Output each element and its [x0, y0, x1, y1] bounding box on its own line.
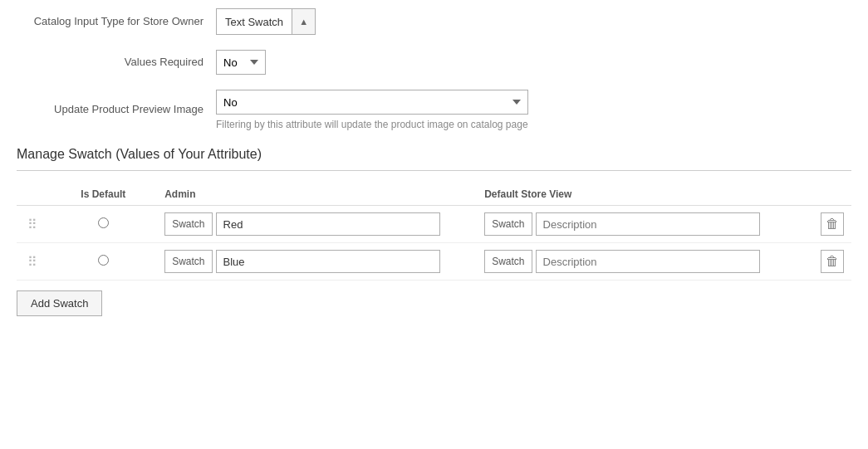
values-required-select[interactable]: No Yes — [216, 50, 266, 75]
attribute-form: Catalog Input Type for Store Owner Text … — [17, 8, 851, 130]
admin-text-input[interactable] — [216, 212, 440, 236]
manage-swatch-section: Manage Swatch (Values of Your Attribute)… — [17, 147, 851, 316]
drag-handle-icon[interactable]: ⠿ — [23, 255, 42, 269]
delete-cell: 🗑 — [814, 243, 851, 281]
description-input[interactable] — [536, 250, 760, 273]
store-view-header: Default Store View — [478, 183, 814, 206]
trash-icon: 🗑 — [826, 254, 839, 269]
catalog-input-label: Catalog Input Type for Store Owner — [17, 14, 216, 29]
is-default-cell — [48, 206, 158, 243]
catalog-input-arrow[interactable]: ▲ — [292, 9, 315, 34]
swatch-table-header: Is Default Admin Default Store View — [17, 183, 851, 206]
update-preview-row: Update Product Preview Image No Yes Filt… — [17, 90, 851, 130]
is-default-radio[interactable] — [98, 255, 109, 266]
store-view-cell-wrap: Swatch — [478, 243, 814, 281]
add-swatch-button[interactable]: Add Swatch — [17, 290, 102, 316]
drag-col-header — [17, 183, 48, 206]
admin-swatch-button[interactable]: Swatch — [164, 250, 212, 273]
delete-row-button[interactable]: 🗑 — [821, 250, 844, 273]
catalog-input-select[interactable]: Text Swatch ▲ — [216, 8, 316, 35]
table-row: ⠿ Swatch Swatch 🗑 — [17, 206, 851, 243]
catalog-input-value: Text Swatch — [217, 12, 292, 32]
admin-cell: Swatch — [158, 206, 478, 243]
drag-handle-cell: ⠿ — [17, 243, 48, 281]
admin-cell: Swatch — [158, 243, 478, 281]
is-default-radio[interactable] — [98, 217, 109, 228]
update-preview-select[interactable]: No Yes — [216, 90, 528, 115]
admin-text-input[interactable] — [216, 250, 440, 273]
values-required-label: Values Required — [17, 55, 216, 70]
swatch-table: Is Default Admin Default Store View ⠿ Sw… — [17, 183, 851, 281]
values-required-row: Values Required No Yes — [17, 50, 851, 75]
is-default-header: Is Default — [48, 183, 158, 206]
admin-swatch-button[interactable]: Swatch — [164, 212, 212, 236]
drag-handle-cell: ⠿ — [17, 206, 48, 243]
table-row: ⠿ Swatch Swatch 🗑 — [17, 243, 851, 281]
update-preview-label: Update Product Preview Image — [17, 102, 216, 117]
manage-swatch-title: Manage Swatch (Values of Your Attribute) — [17, 147, 851, 162]
arrow-up-icon: ▲ — [299, 17, 308, 27]
store-swatch-button[interactable]: Swatch — [484, 212, 532, 236]
drag-handle-icon[interactable]: ⠿ — [23, 217, 42, 232]
is-default-cell — [48, 243, 158, 281]
trash-icon: 🗑 — [826, 217, 839, 232]
delete-row-button[interactable]: 🗑 — [821, 212, 844, 236]
update-preview-hint: Filtering by this attribute will update … — [216, 119, 528, 130]
delete-cell: 🗑 — [814, 206, 851, 243]
admin-header: Admin — [158, 183, 478, 206]
section-divider — [17, 170, 851, 171]
description-input[interactable] — [536, 212, 760, 236]
store-view-cell-wrap: Swatch — [478, 206, 814, 243]
catalog-input-row: Catalog Input Type for Store Owner Text … — [17, 8, 851, 35]
delete-col-header — [814, 183, 851, 206]
store-swatch-button[interactable]: Swatch — [484, 250, 532, 273]
